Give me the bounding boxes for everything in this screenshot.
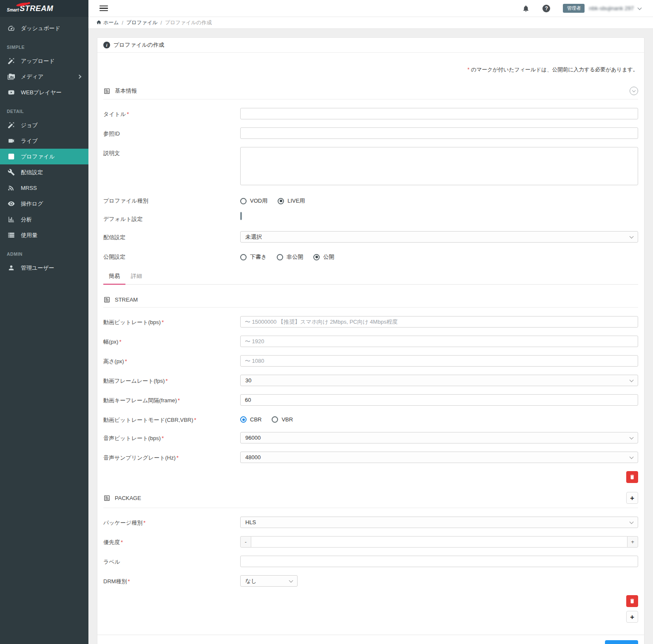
document-icon xyxy=(103,296,111,303)
radio-public[interactable]: 公開 xyxy=(313,253,334,261)
audio-sampling-select[interactable]: 48000 xyxy=(240,452,638,463)
sidebar-item-usage[interactable]: 使用量 xyxy=(0,227,88,243)
sidebar-label: 使用量 xyxy=(21,232,37,239)
home-icon xyxy=(96,20,102,26)
bell-icon[interactable] xyxy=(522,5,530,12)
tab-detail[interactable]: 詳細 xyxy=(125,269,148,284)
user-icon xyxy=(7,264,15,272)
info-icon: i xyxy=(103,42,110,48)
package-type-select[interactable]: HLS xyxy=(240,517,638,528)
sidebar-item-admin-user[interactable]: 管理ユーザー xyxy=(0,260,88,276)
radio-vod[interactable]: VOD用 xyxy=(240,197,267,205)
breadcrumb-profile[interactable]: プロファイル xyxy=(126,19,158,26)
save-button[interactable]: 保存 xyxy=(605,640,638,644)
sidebar-label: WEBプレイヤー xyxy=(21,89,62,96)
delete-package-button[interactable] xyxy=(626,595,638,607)
radio-live[interactable]: LIVE用 xyxy=(278,197,305,205)
field-profile-type: プロファイル種別 VOD用 LIVE用 xyxy=(103,195,638,205)
magic-wand-icon xyxy=(7,57,15,65)
delete-stream-button[interactable] xyxy=(626,471,638,483)
sidebar-item-mrss[interactable]: MRSS xyxy=(0,180,88,196)
field-priority: 優先度* - + xyxy=(103,536,638,548)
sidebar-item-dashboard[interactable]: ダッシュボード xyxy=(0,20,88,36)
sidebar-item-media[interactable]: メディア xyxy=(0,69,88,85)
brand-logo: Smart STREAM xyxy=(0,0,88,17)
help-icon[interactable]: ? xyxy=(542,5,550,12)
sidebar-label: メディア xyxy=(21,73,43,81)
radio-draft[interactable]: 下書き xyxy=(240,253,267,261)
chevron-down-icon xyxy=(630,234,634,238)
sidebar-nav: ダッシュボード SIMPLE アップロード メディア WEBプレイヤー DETA… xyxy=(0,17,88,276)
sidebar: Smart STREAM ダッシュボード SIMPLE アップロード メディア … xyxy=(0,0,88,644)
section-basic-info: 基本情報 xyxy=(103,83,638,99)
chevron-down-icon xyxy=(289,578,293,582)
document-icon xyxy=(103,88,111,95)
equalizer-icon xyxy=(7,153,15,161)
tab-simple[interactable]: 簡易 xyxy=(103,269,125,285)
sidebar-item-webplayer[interactable]: WEBプレイヤー xyxy=(0,85,88,100)
sidebar-section-simple: SIMPLE xyxy=(0,36,88,53)
field-default-setting: デフォルト設定 xyxy=(103,213,638,223)
radio-private[interactable]: 非公開 xyxy=(277,253,303,261)
sidebar-item-job[interactable]: ジョブ xyxy=(0,117,88,133)
sidebar-item-delivery-settings[interactable]: 配信設定 xyxy=(0,164,88,180)
field-publish-setting: 公開設定 下書き 非公開 公開 xyxy=(103,251,638,261)
keyframe-interval-input[interactable] xyxy=(240,394,638,406)
card-body: * のマークが付いたフィールドは、公開前に入力する必要があります。 基本情報 タ… xyxy=(97,53,644,623)
page-title: プロファイルの作成 xyxy=(114,41,164,49)
breadcrumb-current: プロファイルの作成 xyxy=(165,19,212,26)
package-actions: + xyxy=(103,595,638,623)
bar-chart-icon xyxy=(7,215,15,224)
section-stream: STREAM xyxy=(103,292,638,308)
breadcrumb-separator: / xyxy=(161,20,162,26)
add-package-button[interactable]: + xyxy=(626,492,638,504)
priority-decrement-button[interactable]: - xyxy=(240,536,251,548)
framerate-select[interactable]: 30 xyxy=(240,375,638,386)
audio-bitrate-select[interactable]: 96000 xyxy=(240,432,638,443)
priority-input[interactable] xyxy=(251,536,627,548)
field-audio-bitrate: 音声ビットレート(bps)* 96000 xyxy=(103,432,638,443)
sidebar-label: 配信設定 xyxy=(21,169,43,176)
field-drm-type: DRM種別* なし xyxy=(103,575,638,587)
radio-circle-icon xyxy=(277,254,283,260)
field-reference-id: 参照ID xyxy=(103,127,638,139)
default-setting-checkbox[interactable] xyxy=(240,212,242,220)
breadcrumb-home[interactable]: ホーム xyxy=(96,19,119,26)
chevron-down-icon xyxy=(630,378,634,382)
stream-actions xyxy=(103,471,638,483)
media-icon xyxy=(7,73,15,81)
description-textarea[interactable] xyxy=(240,147,638,185)
reference-id-input[interactable] xyxy=(240,127,638,139)
rss-icon xyxy=(7,184,15,192)
width-input[interactable] xyxy=(240,336,638,347)
sidebar-item-upload[interactable]: アップロード xyxy=(0,53,88,69)
collapse-chevron-icon[interactable] xyxy=(630,87,638,95)
radio-cbr[interactable]: CBR xyxy=(240,416,261,423)
sidebar-item-live[interactable]: ライブ xyxy=(0,133,88,149)
add-another-package-button[interactable]: + xyxy=(626,611,638,623)
sidebar-section-detail: DETAIL xyxy=(0,100,88,117)
priority-increment-button[interactable]: + xyxy=(627,536,638,548)
required-fields-note: * のマークが付いたフィールドは、公開前に入力する必要があります。 xyxy=(103,66,638,73)
mode-tabs: 簡易 詳細 xyxy=(103,269,638,285)
drm-type-select[interactable]: なし xyxy=(240,575,298,587)
radio-circle-icon xyxy=(240,254,247,260)
sidebar-item-operation-log[interactable]: 操作ログ xyxy=(0,196,88,212)
field-video-bitrate: 動画ビットレート(bps)* xyxy=(103,316,638,328)
label-input[interactable] xyxy=(240,556,638,567)
sidebar-label: 管理ユーザー xyxy=(21,264,54,272)
breadcrumb-separator: / xyxy=(122,20,123,26)
sidebar-item-profile[interactable]: プロファイル xyxy=(0,149,88,164)
field-package-type: パッケージ種別* HLS xyxy=(103,517,638,528)
hamburger-menu-icon[interactable] xyxy=(99,4,108,13)
radio-vbr[interactable]: VBR xyxy=(272,416,293,423)
sidebar-label: アップロード xyxy=(21,57,55,65)
user-menu[interactable]: 管理者 nbk-sbujinank 297 xyxy=(563,4,641,13)
sidebar-item-analysis[interactable]: 分析 xyxy=(0,212,88,227)
card-header: i プロファイルの作成 xyxy=(97,38,644,53)
height-input[interactable] xyxy=(240,355,638,367)
title-input[interactable] xyxy=(240,108,638,119)
delivery-setting-select[interactable]: 未選択 xyxy=(240,231,638,243)
video-bitrate-input[interactable] xyxy=(240,316,638,328)
radio-circle-icon xyxy=(278,198,284,204)
